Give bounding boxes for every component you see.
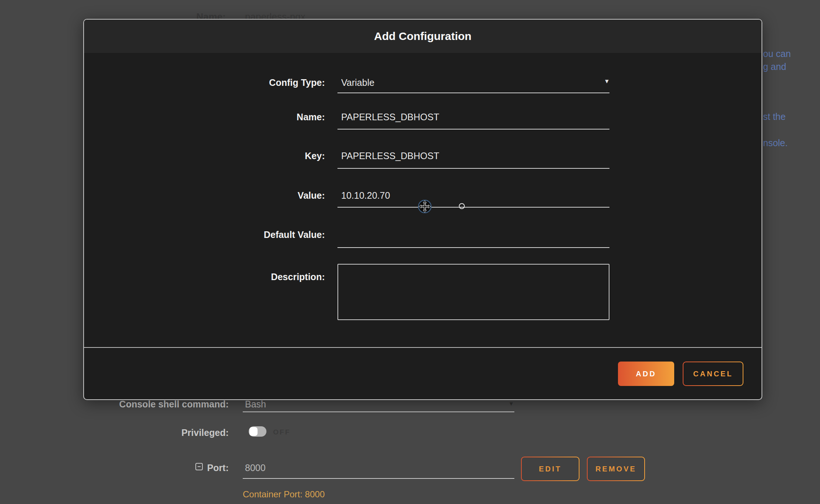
help-text-line: ou can [763,48,791,59]
default-value-label: Default Value: [112,229,325,240]
port-underline [243,478,514,479]
modal-title: Add Configuration [84,30,762,43]
description-textarea[interactable] [337,264,609,320]
cancel-button[interactable]: CANCEL [683,362,743,386]
privileged-toggle[interactable] [249,426,266,437]
privileged-label: Privileged: [81,427,229,438]
console-shell-underline [243,411,514,412]
config-type-underline [337,93,609,93]
privileged-state: OFF [273,428,290,436]
container-port-note: Container Port: 8000 [243,489,325,500]
move-cursor-icon [417,199,432,214]
help-text-line: g and [763,61,786,72]
cursor-dot-icon [459,203,465,209]
footer-separator [84,347,762,348]
name-field[interactable]: PAPERLESS_DBHOST [341,112,439,122]
console-shell-value[interactable]: Bash [245,399,266,410]
help-text-line: nsole. [763,138,788,148]
remove-port-button[interactable]: REMOVE [587,457,645,481]
config-type-select[interactable]: Variable [341,77,374,88]
modal-titlebar: Add Configuration [84,20,762,53]
docker-edit-page: Name: paperless-ngx ou can g and st the … [0,0,820,504]
chevron-down-icon[interactable]: ▼ [604,78,610,85]
chevron-down-icon[interactable]: ▼ [508,400,514,407]
config-type-label: Config Type: [112,77,325,88]
name-underline [337,129,609,130]
port-label: Port: [155,463,229,473]
add-button[interactable]: ADD [618,362,674,386]
help-text-line: st the [763,111,786,122]
port-value[interactable]: 8000 [245,463,266,473]
key-label: Key: [112,151,325,161]
value-underline [337,207,609,208]
console-shell-label: Console shell command: [81,399,229,410]
edit-port-button[interactable]: EDIT [521,457,579,481]
default-value-underline [337,247,609,248]
toggle-knob-icon [249,427,258,436]
value-label: Value: [112,190,325,201]
key-field[interactable]: PAPERLESS_DBHOST [341,151,439,161]
key-underline [337,168,609,169]
name-label: Name: [112,112,325,122]
value-field[interactable]: 10.10.20.70 [341,190,390,201]
description-label: Description: [112,272,325,282]
